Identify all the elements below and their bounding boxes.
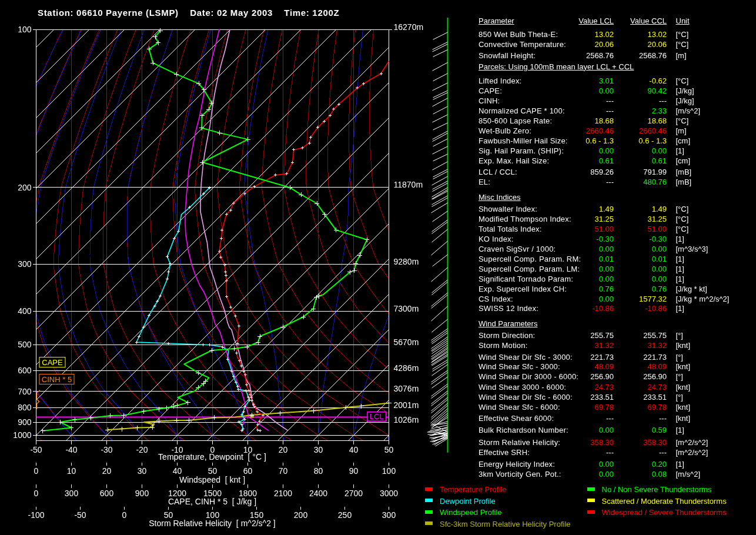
svg-text:Temperature, Dewpoint [ °C ]: Temperature, Dewpoint [ °C ] [158, 452, 266, 462]
svg-text:2700: 2700 [344, 489, 363, 498]
svg-text:LCL: LCL [370, 412, 384, 421]
svg-text:1026m: 1026m [394, 415, 419, 424]
svg-text:2001m: 2001m [394, 400, 419, 410]
svg-text:300: 300 [382, 510, 396, 520]
svg-text:80: 80 [314, 466, 323, 476]
svg-text:700: 700 [18, 387, 32, 396]
svg-text:100: 100 [382, 466, 396, 476]
svg-text:16270m: 16270m [394, 22, 424, 32]
svg-text:900: 900 [18, 417, 32, 427]
svg-text:900: 900 [135, 489, 149, 498]
svg-text:11870m: 11870m [394, 180, 423, 189]
svg-text:3000: 3000 [380, 489, 398, 498]
svg-text:0: 0 [34, 466, 39, 476]
svg-text:500: 500 [18, 340, 32, 349]
svg-text:-40: -40 [65, 445, 77, 454]
svg-text:20: 20 [279, 445, 288, 454]
svg-text:200: 200 [18, 183, 32, 192]
svg-text:9280m: 9280m [394, 257, 419, 266]
svg-text:20: 20 [102, 466, 112, 476]
svg-text:0: 0 [122, 510, 127, 520]
svg-text:90: 90 [349, 466, 359, 476]
svg-text:7300m: 7300m [394, 304, 419, 313]
svg-text:600: 600 [100, 489, 114, 498]
svg-text:250: 250 [338, 510, 352, 520]
svg-text:2400: 2400 [309, 489, 327, 498]
svg-text:5670m: 5670m [394, 337, 419, 347]
svg-text:-50: -50 [30, 445, 42, 454]
svg-text:4286m: 4286m [394, 363, 419, 373]
svg-text:Windspeed [ knt ]: Windspeed [ knt ] [179, 475, 245, 484]
svg-text:70: 70 [279, 466, 288, 476]
svg-text:600: 600 [18, 366, 32, 375]
svg-text:CINH * 5: CINH * 5 [42, 375, 72, 384]
svg-text:50: 50 [384, 445, 394, 454]
svg-text:-30: -30 [101, 445, 112, 454]
svg-text:2100: 2100 [274, 489, 292, 498]
svg-text:300: 300 [65, 489, 79, 498]
svg-text:30: 30 [314, 445, 323, 454]
svg-text:1000: 1000 [13, 430, 31, 440]
svg-text:CAPE: CAPE [42, 358, 63, 367]
svg-text:Storm Relative Helicity [ m^2: Storm Relative Helicity [ m^2/s^2 ] [149, 519, 275, 528]
svg-text:100: 100 [18, 25, 32, 34]
svg-text:CAPE, CINH * 5 [ J/kg ]: CAPE, CINH * 5 [ J/kg ] [168, 497, 256, 506]
svg-text:-50: -50 [74, 510, 86, 520]
svg-text:40: 40 [349, 445, 359, 454]
svg-text:3076m: 3076m [394, 384, 419, 393]
svg-text:0: 0 [34, 489, 39, 498]
svg-text:10: 10 [67, 466, 76, 476]
svg-text:30: 30 [138, 466, 147, 476]
svg-text:800: 800 [18, 403, 32, 412]
svg-text:400: 400 [18, 306, 32, 316]
svg-text:-20: -20 [136, 445, 148, 454]
svg-text:200: 200 [294, 510, 308, 520]
svg-text:300: 300 [18, 259, 32, 269]
svg-text:-100: -100 [28, 510, 44, 520]
